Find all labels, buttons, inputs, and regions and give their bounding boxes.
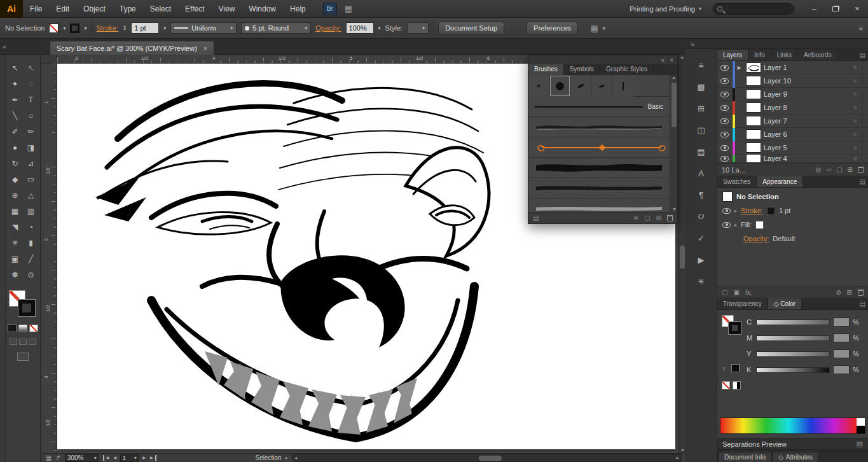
brush-decorative-banner[interactable]: [528, 137, 677, 158]
arrange-documents-icon[interactable]: ▦: [345, 4, 352, 13]
scroll-left-icon[interactable]: ◄: [294, 456, 298, 460]
export-icon[interactable]: ↱: [55, 454, 60, 461]
free-transform-tool[interactable]: ▭: [23, 171, 39, 187]
layer-name[interactable]: Layer 10: [764, 77, 848, 85]
direct-selection-tool[interactable]: ↖: [23, 60, 39, 76]
preferences-button[interactable]: Preferences: [527, 22, 578, 34]
scroll-down-icon[interactable]: ▼: [672, 207, 677, 211]
align-options-icon[interactable]: ▦: [590, 24, 598, 33]
brush-dot-12pt[interactable]: [549, 75, 570, 97]
panel-menu-icon[interactable]: ▤: [857, 440, 863, 448]
panel-menu-icon[interactable]: ▤: [860, 300, 865, 307]
tab-artboards[interactable]: Artboards: [798, 50, 837, 60]
tab-appearance[interactable]: Appearance: [757, 176, 803, 187]
brush-charcoal[interactable]: [528, 117, 677, 137]
tab-layers[interactable]: Layers: [717, 50, 748, 60]
bridge-button[interactable]: Br: [323, 3, 337, 15]
close-panel-icon[interactable]: ×: [670, 57, 673, 64]
next-artboard-button[interactable]: ►: [142, 455, 147, 461]
layer-row[interactable]: Layer 10 ○: [717, 74, 868, 88]
collapse-dock-icon[interactable]: «: [691, 40, 694, 48]
close-button[interactable]: ×: [846, 0, 868, 18]
fill-color-swatch[interactable]: [755, 221, 764, 229]
visibility-toggle[interactable]: [717, 128, 733, 141]
layer-row[interactable]: Layer 9 ○: [717, 88, 868, 101]
layer-row[interactable]: ▶ Layer 1 ○: [717, 61, 868, 74]
paragraph-panel-icon[interactable]: ¶: [692, 188, 710, 202]
target-icon[interactable]: ○: [848, 131, 862, 137]
eyedropper-tool[interactable]: ◥: [7, 219, 23, 235]
stroke-weight-field[interactable]: 1 pt: [131, 22, 159, 34]
layer-name[interactable]: Layer 8: [764, 104, 848, 111]
new-sublayer-icon[interactable]: ▢: [836, 166, 842, 173]
layer-name[interactable]: Layer 4: [764, 155, 848, 162]
black-slider[interactable]: [756, 367, 830, 373]
tab-swatches[interactable]: Swatches: [717, 176, 757, 187]
cyan-slider[interactable]: [756, 319, 830, 325]
layer-row-clipped[interactable]: Layer 4 ○: [717, 155, 868, 163]
layer-row[interactable]: Layer 7 ○: [717, 115, 868, 128]
shape-builder-tool[interactable]: ⊕: [7, 187, 23, 203]
tab-document-info[interactable]: Document Info: [719, 452, 771, 462]
eye-icon[interactable]: [722, 222, 731, 228]
cyan-value-field[interactable]: [833, 318, 850, 326]
fill-stroke-mini[interactable]: [722, 315, 743, 337]
paintbrush-tool[interactable]: ✐: [7, 123, 23, 139]
visibility-toggle[interactable]: [717, 61, 733, 74]
black-chip[interactable]: [731, 364, 740, 372]
target-icon[interactable]: ○: [848, 118, 862, 124]
mesh-tool[interactable]: ▦: [7, 203, 23, 219]
chevron-down-icon[interactable]: ▾: [163, 25, 166, 31]
delete-brush-icon[interactable]: [667, 215, 673, 221]
brush-libraries-icon[interactable]: ▤: [533, 214, 539, 221]
opacity-link[interactable]: Opacity:: [743, 235, 769, 242]
tab-attributes[interactable]: ◇Attributes: [773, 452, 818, 462]
scroll-down-icon[interactable]: ▼: [680, 448, 685, 452]
panel-menu-icon[interactable]: ▤: [860, 52, 865, 59]
rotate-tool[interactable]: ↻: [7, 155, 23, 171]
layer-thumbnail[interactable]: [746, 155, 761, 163]
vertical-scrollbar[interactable]: ▲ ▼: [678, 55, 685, 453]
tab-color[interactable]: ◇ Color: [768, 298, 802, 309]
layer-row[interactable]: Layer 5 ○: [717, 141, 868, 155]
stroke-weight-stepper[interactable]: ▲▼: [123, 25, 127, 31]
document-setup-button[interactable]: Document Setup: [438, 22, 504, 34]
tab-graphic-styles[interactable]: Graphic Styles: [600, 64, 654, 75]
brushes-scrollbar-thumb[interactable]: [672, 83, 677, 127]
menu-file[interactable]: File: [23, 0, 49, 18]
zoom-tool[interactable]: ⊙: [23, 267, 39, 283]
selection-column[interactable]: [862, 101, 868, 114]
visibility-toggle[interactable]: [717, 141, 733, 154]
scale-tool[interactable]: ⊿: [23, 155, 39, 171]
stroke-color-swatch[interactable]: [767, 207, 775, 215]
yellow-slider[interactable]: [756, 351, 830, 357]
layer-name[interactable]: Layer 6: [764, 130, 848, 138]
appearance-stroke-row[interactable]: ▸ Stroke: 1 pt: [717, 204, 868, 218]
gradient-tool[interactable]: ▥: [23, 203, 39, 219]
selection-column[interactable]: [862, 128, 868, 141]
brush-definition-dropdown[interactable]: 5 pt. Round ▾: [241, 22, 311, 34]
column-graph-tool[interactable]: ▮: [23, 235, 39, 251]
last-artboard-button[interactable]: ►: [149, 455, 156, 461]
previous-artboard-button[interactable]: ◄: [113, 455, 118, 461]
selection-column[interactable]: [862, 88, 868, 101]
app-logo[interactable]: Ai: [0, 0, 23, 18]
black-value-field[interactable]: [833, 365, 850, 374]
tab-info[interactable]: Info: [748, 50, 771, 60]
appearance-opacity-row[interactable]: Opacity: Default: [717, 232, 868, 246]
ruler-origin[interactable]: [42, 55, 57, 64]
vertical-ruler[interactable]: 1 1/2 2 1/2 3 1/2: [42, 64, 57, 453]
style-dropdown[interactable]: ▾: [407, 22, 429, 34]
none-chip[interactable]: [722, 381, 730, 389]
screen-mode-button[interactable]: [17, 353, 29, 361]
ellipse-tool[interactable]: ○: [23, 108, 39, 123]
chevron-down-icon[interactable]: ▾: [378, 25, 381, 31]
layer-name[interactable]: Layer 9: [764, 90, 848, 98]
search-input[interactable]: [726, 5, 790, 12]
menu-effect[interactable]: Effect: [178, 0, 211, 18]
opacity-field[interactable]: 100%: [346, 22, 374, 34]
gradient-panel-icon[interactable]: ▩: [692, 80, 710, 94]
new-brush-icon[interactable]: ⊞: [656, 214, 661, 221]
selection-column[interactable]: [862, 141, 868, 154]
tab-links[interactable]: Links: [771, 50, 798, 60]
